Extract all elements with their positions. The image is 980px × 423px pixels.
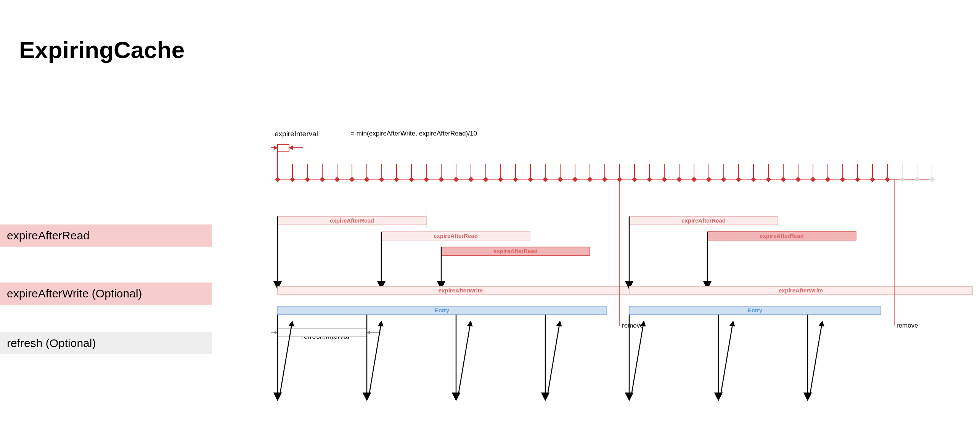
refresh-up-arrow [369, 322, 381, 395]
expire-after-read-text: expireAfterRead [330, 217, 374, 224]
refresh-up-arrow [721, 322, 733, 395]
expire-after-write-text: expireAfterWrite [779, 287, 823, 294]
expire-after-read-text: expireAfterRead [493, 248, 538, 254]
refresh-up-arrow [631, 322, 644, 395]
timeline-diagram: expireAfterReadexpireAfterReadexpireAfte… [271, 130, 980, 423]
expire-interval-box [278, 144, 289, 151]
expire-after-write-text: expireAfterWrite [439, 287, 483, 294]
row-refresh: refresh (Optional) [0, 332, 212, 354]
row-expire-after-write: expireAfterWrite (Optional) [0, 283, 212, 305]
row-expire-after-read: expireAfterRead [0, 224, 212, 247]
refresh-up-arrow [810, 322, 822, 395]
entry-text: Entry [435, 307, 450, 313]
expire-after-read-text: expireAfterRead [760, 232, 804, 239]
entry-text: Entry [748, 307, 763, 313]
refresh-up-arrow [458, 322, 471, 395]
remove-text: remove [622, 322, 644, 329]
remove-text: remove [896, 322, 918, 329]
refresh-up-arrow [548, 322, 560, 395]
expire-after-read-text: expireAfterRead [681, 217, 726, 224]
page-title: ExpiringCache [19, 36, 185, 63]
expire-after-read-text: expireAfterRead [434, 232, 478, 239]
